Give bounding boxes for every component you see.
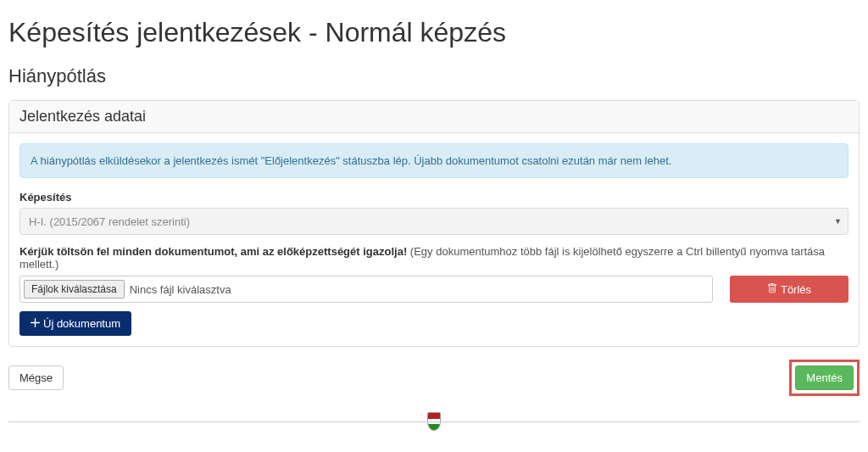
footer-divider bbox=[8, 421, 860, 422]
qualification-label: Képesítés bbox=[19, 191, 849, 204]
file-upload-row: Fájlok kiválasztása Nincs fájl kiválaszt… bbox=[19, 276, 849, 303]
qualification-select[interactable]: H-I. (2015/2067 rendelet szerinti) bbox=[19, 208, 849, 235]
delete-button[interactable]: Törlés bbox=[730, 276, 849, 303]
save-highlight: Mentés bbox=[789, 360, 860, 396]
new-document-label: Új dokumentum bbox=[43, 317, 120, 330]
file-input[interactable]: Fájlok kiválasztása Nincs fájl kiválaszt… bbox=[19, 276, 713, 303]
form-actions: Mégse Mentés bbox=[8, 360, 860, 396]
delete-button-label: Törlés bbox=[781, 283, 811, 296]
upload-instruction: Kérjük töltsön fel minden dokumentumot, … bbox=[19, 245, 849, 271]
qualification-select-wrapper: H-I. (2015/2067 rendelet szerinti) ▼ bbox=[19, 208, 849, 235]
page-title: Képesítés jelentkezések - Normál képzés bbox=[8, 17, 860, 48]
panel-heading: Jelentkezés adatai bbox=[9, 101, 859, 133]
cancel-button[interactable]: Mégse bbox=[8, 366, 64, 390]
application-data-panel: Jelentkezés adatai A hiánypótlás elküldé… bbox=[8, 100, 860, 347]
save-button[interactable]: Mentés bbox=[795, 366, 854, 390]
plus-icon bbox=[31, 317, 40, 330]
panel-body: A hiánypótlás elküldésekor a jelentkezés… bbox=[9, 133, 859, 346]
trash-icon bbox=[767, 283, 777, 296]
upload-instruction-bold: Kérjük töltsön fel minden dokumentumot, … bbox=[19, 245, 407, 258]
page-subtitle: Hiánypótlás bbox=[8, 65, 860, 87]
new-document-button[interactable]: Új dokumentum bbox=[19, 311, 131, 336]
info-alert: A hiánypótlás elküldésekor a jelentkezés… bbox=[19, 143, 849, 178]
file-status: Nincs fájl kiválasztva bbox=[130, 283, 231, 296]
file-choose-button[interactable]: Fájlok kiválasztása bbox=[24, 280, 125, 299]
